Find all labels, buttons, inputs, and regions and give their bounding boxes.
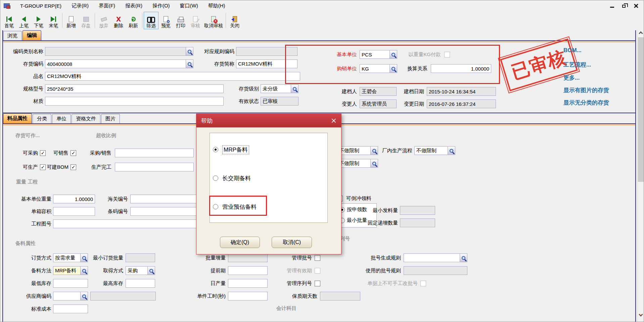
lookup-button[interactable] <box>448 146 455 155</box>
close-window-icon[interactable] <box>634 3 638 8</box>
preview-button[interactable]: 预览 <box>158 12 173 29</box>
tab-classification[interactable]: 分类 <box>33 114 51 123</box>
lookup-button[interactable] <box>81 266 88 275</box>
scroll-up-icon[interactable] <box>639 31 643 36</box>
dialog-option-long-lead[interactable]: 长交期备料 <box>213 174 251 182</box>
tab-edit[interactable]: 编辑 <box>22 30 41 40</box>
acquire-field[interactable]: 采购 <box>126 266 148 275</box>
radio-long-lead[interactable] <box>213 175 218 181</box>
dialog-option-mrp[interactable]: MRP备料 <box>213 146 249 153</box>
lookup-button[interactable] <box>371 159 378 168</box>
sellable-checkbox[interactable] <box>71 150 76 156</box>
unit-hours-field[interactable] <box>228 292 268 300</box>
minimize-icon[interactable] <box>610 7 614 8</box>
min-stock-field[interactable] <box>53 279 88 288</box>
menu-item-record[interactable]: 记录(R) <box>66 3 94 9</box>
delete-button[interactable]: X 删除 <box>111 12 126 29</box>
daily-output-field[interactable] <box>228 279 268 288</box>
lookup-button[interactable] <box>390 64 397 73</box>
refresh-button[interactable]: 刷新 <box>126 12 141 29</box>
menu-item-operate[interactable]: 操作(O) <box>147 3 175 9</box>
prepare-method-label: 备料方法 <box>0 268 51 274</box>
print-button[interactable]: 打印 <box>173 12 188 29</box>
link-process-flow[interactable]: 工艺流程... <box>563 61 591 69</box>
last-record-button[interactable]: 末笔 <box>46 12 61 29</box>
menu-item-window[interactable]: 窗口(W) <box>175 3 203 9</box>
dialog-cancel-button[interactable]: 取消(C) <box>272 237 312 248</box>
name-field[interactable]: CR12MOV精料 <box>45 72 300 81</box>
new-button[interactable]: 新增 <box>64 12 79 29</box>
used-batch-rule-field <box>404 266 467 275</box>
lead-time-field[interactable] <box>228 266 268 275</box>
panel-accent-line <box>3 41 635 42</box>
restrict2-field[interactable]: 不做限制 <box>337 159 371 168</box>
lookup-button[interactable] <box>460 253 467 262</box>
first-record-button[interactable]: 首笔 <box>2 12 16 29</box>
supplier-field[interactable] <box>53 292 81 300</box>
dialog-close-icon[interactable] <box>331 118 336 123</box>
vertical-scrollbar[interactable] <box>637 30 644 322</box>
tab-item-properties[interactable]: 料品属性 <box>3 113 32 123</box>
supplier-label: 供应商编码 <box>0 293 51 299</box>
tab-qualification[interactable]: 资格文件 <box>72 114 100 123</box>
lookup-button[interactable] <box>371 146 378 155</box>
max-stock-field[interactable] <box>126 279 155 288</box>
std-cost-field[interactable] <box>53 305 88 313</box>
cancel-audit-button[interactable]: × 取消审核 <box>203 12 224 29</box>
restore-icon[interactable] <box>622 5 626 8</box>
batch-rule-field[interactable] <box>404 253 460 262</box>
link-bom[interactable]: BOM... <box>563 47 582 54</box>
tab-unit[interactable]: 单位 <box>52 114 71 123</box>
box-volume-field[interactable] <box>53 207 95 216</box>
restrict1-field[interactable]: 不做限制 <box>337 146 371 155</box>
dialog-ok-button[interactable]: 确定(Q) <box>220 237 260 248</box>
next-record-button[interactable]: 下笔 <box>31 12 46 29</box>
used-batch-rule-label: 使用的批号规则 <box>320 268 401 274</box>
barcode-field[interactable] <box>130 207 197 216</box>
factory-flow-field[interactable]: 不做限制 <box>414 146 448 155</box>
lookup-button[interactable] <box>81 253 88 262</box>
new-document-icon <box>69 15 74 23</box>
magnifier-icon <box>82 294 86 298</box>
producible-checkbox[interactable] <box>40 164 46 170</box>
menu-item-interface[interactable]: 界面(F) <box>94 3 120 9</box>
over-prod-field[interactable] <box>115 163 194 171</box>
manage-batch-label: 管理批号 <box>268 255 312 261</box>
conversion-field[interactable]: 1.00000 <box>431 64 491 73</box>
scroll-down-icon[interactable] <box>639 312 643 317</box>
tab-browse[interactable]: 浏览 <box>3 31 22 40</box>
over-ps-field[interactable] <box>115 149 194 157</box>
link-show-with-images[interactable]: 显示有图片的存货 <box>563 86 609 94</box>
scrollbar-thumb[interactable] <box>638 37 644 182</box>
purchasable-checkbox[interactable] <box>40 150 46 156</box>
manage-serial-checkbox[interactable] <box>315 281 320 286</box>
order-mode-field[interactable]: 按需求量 <box>53 253 81 262</box>
menu-item-report[interactable]: 报表(R) <box>120 3 147 9</box>
manage-batch-checkbox[interactable] <box>315 255 320 261</box>
menu-item-app[interactable]: T-GROUP ERP(E) <box>15 3 66 9</box>
prepare-method-field[interactable]: MRP备料 <box>53 266 81 275</box>
close-button[interactable]: 关闭 <box>227 12 242 29</box>
link-more[interactable]: 更多... <box>563 74 580 82</box>
customs-field[interactable] <box>130 195 197 203</box>
prepare-row-2: 备料方法 MRP备料 取得方式 采购 提前期 管理有效期 使用的批号规则 <box>0 266 467 275</box>
drawing-field[interactable] <box>53 219 197 228</box>
base-unit-field[interactable]: PCS <box>360 50 390 59</box>
dialog-titlebar[interactable]: 帮助 <box>196 114 341 127</box>
menu-item-help[interactable]: 帮助(H) <box>203 3 230 9</box>
weight-row-2: 单箱容积 条码编号 <box>0 207 197 216</box>
batch-rule-label: 批号生成规则 <box>320 255 401 261</box>
trade-unit-field[interactable]: KG <box>360 64 390 73</box>
radio-mrp[interactable] <box>213 147 218 152</box>
link-show-unclassified[interactable]: 显示无分类的存货 <box>563 99 609 107</box>
sellable-label: 可销售 <box>46 150 68 156</box>
lookup-button[interactable] <box>148 266 155 275</box>
lookup-button[interactable] <box>81 292 88 300</box>
bomable-checkbox[interactable] <box>71 164 76 170</box>
tab-image[interactable]: 图片 <box>101 114 120 123</box>
lookup-button[interactable] <box>390 50 397 59</box>
magnifier-icon <box>450 149 453 153</box>
base-weight-field[interactable]: 1.00000 <box>53 195 95 203</box>
prev-record-button[interactable]: 上笔 <box>16 12 31 29</box>
filter-button[interactable]: 筛选 <box>144 12 158 29</box>
